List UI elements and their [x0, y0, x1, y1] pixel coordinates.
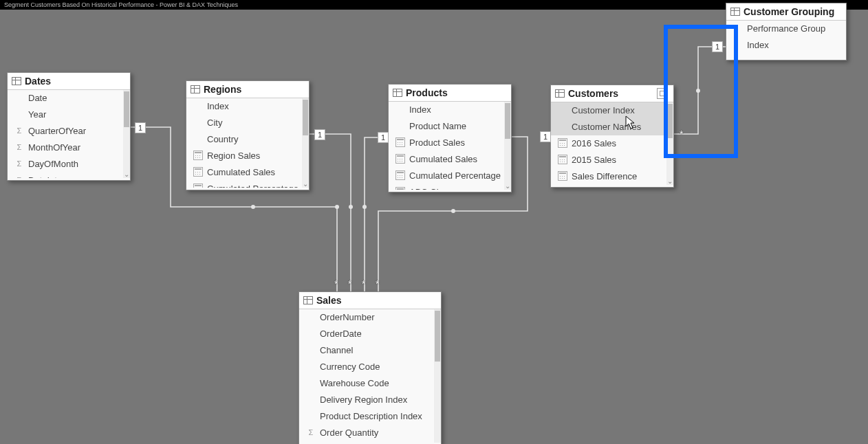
table-customers[interactable]: CustomersCustomer IndexCustomer Names201… — [550, 85, 674, 188]
field-item[interactable]: Cumulated Percentage — [186, 181, 309, 188]
field-label: Order Quantity — [320, 428, 378, 438]
table-body: OrderNumberOrderDateChannelCurrency Code… — [299, 309, 441, 443]
field-item[interactable]: ΣUnit Price — [299, 441, 441, 443]
field-label: Country — [207, 134, 239, 144]
field-label: Product Description Index — [320, 411, 422, 421]
calculator-icon — [395, 187, 405, 190]
scrollbar-thumb[interactable] — [667, 104, 673, 138]
table-regions[interactable]: RegionsIndexCityCountryRegion SalesCumul… — [186, 80, 310, 190]
table-header[interactable]: Customer Grouping — [726, 3, 846, 21]
scrollbar-thumb[interactable] — [435, 311, 440, 362]
calculator-icon — [193, 151, 203, 160]
field-item[interactable]: Product Description Index — [299, 408, 441, 425]
field-label: 2015 Sales — [572, 155, 616, 165]
field-item[interactable]: ΣOrder Quantity — [299, 425, 441, 441]
field-item[interactable]: Warehouse Code — [299, 375, 441, 392]
field-label: Cumulated Sales — [409, 154, 477, 164]
field-item[interactable]: Performance Group — [726, 21, 846, 37]
table-header[interactable]: Regions — [186, 81, 309, 98]
field-item[interactable]: Index — [186, 98, 309, 115]
table-icon — [303, 296, 313, 304]
table-body: Customer IndexCustomer Names2016 Sales20… — [551, 102, 673, 185]
field-item[interactable]: ΣMonthOfYear — [8, 140, 130, 156]
field-item[interactable]: Product Sales — [389, 135, 511, 151]
field-item[interactable]: Country — [186, 131, 309, 148]
field-item[interactable]: 2016 Sales — [551, 135, 673, 152]
field-item[interactable]: OrderDate — [299, 326, 441, 342]
scrollbar[interactable] — [504, 102, 511, 190]
field-label: QuarterOfYear — [28, 126, 86, 136]
field-label: MonthOfYear — [28, 142, 80, 153]
chevron-down-icon[interactable]: ⌄ — [667, 177, 673, 185]
model-canvas[interactable]: 1 1 1 1 1 * * * * * DatesDateYearΣQuarte… — [0, 0, 868, 444]
table-body: Performance GroupIndex — [726, 21, 846, 58]
scrollbar[interactable] — [666, 102, 673, 185]
scrollbar[interactable] — [434, 309, 441, 443]
scrollbar-thumb[interactable] — [124, 91, 129, 127]
table-header[interactable]: Customers — [551, 85, 673, 102]
scrollbar-thumb[interactable] — [505, 103, 510, 139]
field-label: Cumulated Percentage — [207, 184, 299, 188]
field-item[interactable]: ΣDayOfMonth — [8, 156, 130, 173]
field-label: City — [207, 118, 222, 128]
field-item[interactable]: Product Name — [389, 118, 511, 135]
field-label: Date — [28, 93, 47, 103]
calculator-icon — [193, 167, 203, 177]
table-body: IndexCityCountryRegion SalesCumulated Sa… — [186, 98, 309, 188]
table-mode-icon[interactable] — [657, 88, 668, 99]
chevron-down-icon[interactable]: ⌄ — [124, 170, 129, 178]
field-item[interactable]: Cumulated Sales — [186, 164, 309, 181]
chevron-down-icon[interactable]: ⌄ — [505, 182, 510, 190]
field-item[interactable]: OrderNumber — [299, 309, 441, 326]
field-item[interactable]: 2015 Sales — [551, 152, 673, 168]
calculator-icon — [558, 138, 567, 148]
cardinality-one: 1 — [314, 129, 325, 140]
field-item[interactable]: Year — [8, 107, 130, 123]
table-products[interactable]: ProductsIndexProduct NameProduct SalesCu… — [388, 84, 512, 192]
field-label: Index — [747, 40, 769, 50]
scrollbar[interactable] — [123, 90, 130, 178]
field-item[interactable]: Customer Names — [551, 119, 673, 135]
field-item[interactable]: City — [186, 115, 309, 131]
table-header[interactable]: Sales — [299, 292, 441, 309]
table-icon — [393, 89, 402, 97]
field-item[interactable]: Delivery Region Index — [299, 392, 441, 408]
scrollbar-thumb[interactable] — [303, 100, 308, 135]
field-item[interactable]: ABC Class — [389, 184, 511, 190]
field-label: OrderDate — [320, 329, 362, 339]
field-item[interactable]: Index — [389, 102, 511, 118]
calculator-icon — [558, 171, 567, 181]
field-item[interactable]: ΣQuarterOfYear — [8, 123, 130, 140]
sigma-icon: Σ — [14, 126, 24, 135]
field-item[interactable]: Channel — [299, 342, 441, 359]
field-label: Cumulated Percentage — [409, 170, 501, 181]
field-item[interactable]: Index — [726, 37, 846, 54]
field-item[interactable]: Cumulated Sales — [389, 151, 511, 168]
field-label: OrderNumber — [320, 312, 374, 322]
table-dates[interactable]: DatesDateYearΣQuarterOfYearΣMonthOfYearΣ… — [7, 72, 131, 181]
cardinality-many: * — [376, 278, 379, 289]
field-label: Cumulated Sales — [207, 167, 275, 177]
field-label: ABC Class — [409, 187, 453, 190]
table-grouping[interactable]: Customer GroupingPerformance GroupIndex — [726, 3, 847, 60]
cardinality-one: 1 — [135, 122, 146, 133]
field-item[interactable]: Customer Index — [551, 102, 673, 119]
field-label: Channel — [320, 345, 353, 355]
field-item[interactable]: ΣDateInt — [8, 173, 130, 178]
scrollbar[interactable] — [302, 98, 309, 188]
table-title: Dates — [25, 76, 51, 87]
table-sales[interactable]: SalesOrderNumberOrderDateChannelCurrency… — [299, 291, 442, 444]
field-item[interactable]: Sales Difference — [551, 168, 673, 185]
field-item[interactable]: Region Sales — [186, 148, 309, 164]
field-item[interactable]: Cumulated Percentage — [389, 168, 511, 184]
field-item[interactable]: Currency Code — [299, 359, 441, 375]
table-header[interactable]: Products — [389, 85, 511, 102]
field-label: DateInt — [28, 175, 57, 178]
table-title: Customer Grouping — [744, 6, 834, 17]
chevron-down-icon[interactable]: ⌄ — [303, 180, 308, 188]
calculator-icon — [193, 184, 203, 188]
table-title: Sales — [316, 295, 342, 306]
table-header[interactable]: Dates — [8, 73, 130, 90]
field-item[interactable]: Date — [8, 90, 130, 107]
field-label: Customer Index — [572, 105, 635, 115]
